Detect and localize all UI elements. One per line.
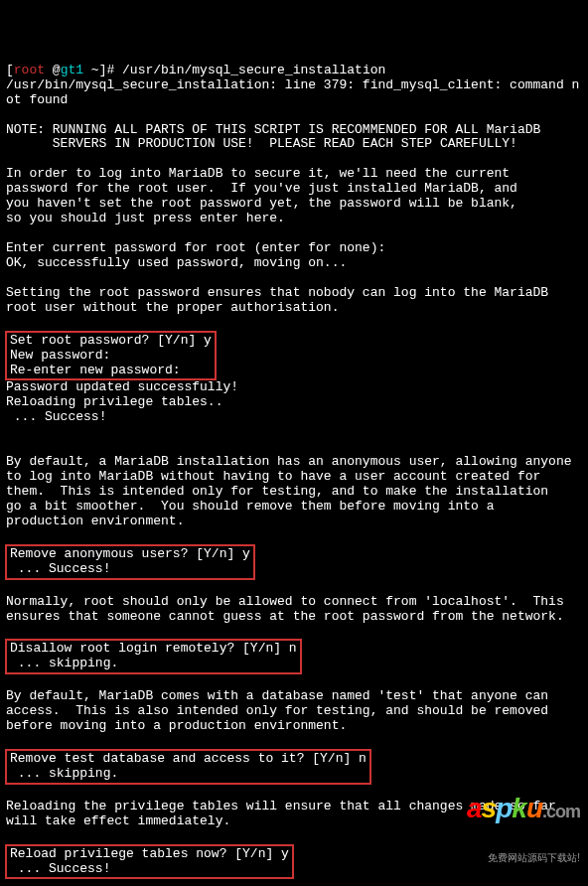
highlight-disallow-remote: Disallow root login remotely? [Y/n] n ..… bbox=[5, 639, 302, 674]
reload-line-2: will take effect immediately. bbox=[6, 813, 230, 828]
setting-pw-line-2: root user without the proper authorisati… bbox=[6, 300, 339, 315]
test-line-3: before moving into a production environm… bbox=[6, 718, 347, 733]
intro-line-3: you haven't set the root password yet, t… bbox=[6, 196, 517, 211]
password-updated-line: Password updated successfully! bbox=[6, 379, 238, 394]
note-line-2: SERVERS IN PRODUCTION USE! PLEASE READ E… bbox=[6, 136, 517, 151]
prompt-user: root bbox=[14, 63, 45, 77]
highlight-set-root-password: Set root password? [Y/n] y New password:… bbox=[5, 331, 217, 381]
highlight-reload-privilege: Reload privilege tables now? [Y/n] y ...… bbox=[5, 844, 294, 880]
intro-line-2: password for the root user. If you've ju… bbox=[6, 181, 517, 196]
anon-line-5: production environment. bbox=[6, 514, 184, 528]
normally-line-2: ensures that someone cannot guess at the… bbox=[6, 609, 564, 624]
ok-password-line: OK, successfully used password, moving o… bbox=[6, 255, 347, 270]
normally-line-1: Normally, root should only be allowed to… bbox=[6, 594, 564, 609]
anon-line-1: By default, a MariaDB installation has a… bbox=[6, 454, 572, 469]
prompt-host: gt1 bbox=[61, 63, 83, 77]
setting-pw-line-1: Setting the root password ensures that n… bbox=[6, 285, 548, 300]
anon-line-4: go a bit smoother. You should remove the… bbox=[6, 499, 494, 514]
error-line: /usr/bin/mysql_secure_installation: line… bbox=[6, 77, 579, 107]
highlight-remove-test-db: Remove test database and access to it? [… bbox=[5, 749, 371, 785]
success-line: ... Success! bbox=[6, 409, 106, 424]
enter-password-prompt: Enter current password for root (enter f… bbox=[6, 240, 385, 255]
watermark: aspku.com 免费网站源码下载站! bbox=[467, 763, 580, 878]
note-line-1: NOTE: RUNNING ALL PARTS OF THIS SCRIPT I… bbox=[6, 122, 540, 137]
anon-line-3: them. This is intended only for testing,… bbox=[6, 484, 548, 499]
anon-line-2: to log into MariaDB without having to ha… bbox=[6, 469, 540, 484]
intro-line-1: In order to log into MariaDB to secure i… bbox=[6, 166, 510, 181]
watermark-brand: aspku.com bbox=[467, 793, 580, 824]
test-line-2: access. This is also intended only for t… bbox=[6, 703, 548, 718]
intro-line-4: so you should just press enter here. bbox=[6, 211, 285, 225]
highlight-remove-anonymous: Remove anonymous users? [Y/n] y ... Succ… bbox=[5, 544, 255, 580]
reloading-line: Reloading privilege tables.. bbox=[6, 394, 222, 409]
command-text: /usr/bin/mysql_secure_installation bbox=[122, 63, 385, 77]
test-line-1: By default, MariaDB comes with a databas… bbox=[6, 688, 548, 703]
watermark-tagline: 免费网站源码下载站! bbox=[467, 852, 580, 864]
prompt-line: [root @gt1 ~]# /usr/bin/mysql_secure_ins… bbox=[6, 63, 385, 77]
